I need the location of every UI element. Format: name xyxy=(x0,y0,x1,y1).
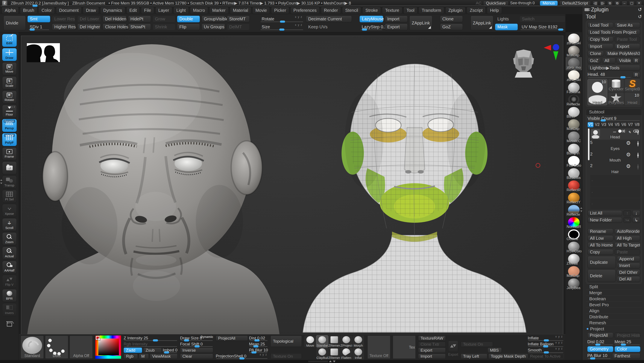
material-thumbnail[interactable]: zbro_Ski xyxy=(566,33,582,45)
tool-thumbnail[interactable]: Cylinder xyxy=(608,79,624,92)
subtool-item[interactable] xyxy=(590,198,640,209)
canvas-area[interactable] xyxy=(19,32,566,334)
brush-stroke-alpha-thumbnail[interactable]: Dots xyxy=(45,335,68,359)
menu-item[interactable]: Movie xyxy=(252,7,270,14)
smooth-slider[interactable]: Smooth x y z xyxy=(528,347,564,353)
menu-item[interactable]: Brush xyxy=(20,7,37,14)
farthest-button[interactable]: Farthest xyxy=(612,353,640,359)
zadd-toggle[interactable]: Zadd xyxy=(124,347,142,353)
visibility-set-tab[interactable]: V1 xyxy=(588,122,594,127)
material-thumbnail[interactable]: MatCap xyxy=(566,119,582,131)
material-thumbnail[interactable]: HSVColo xyxy=(566,241,582,253)
color-picker[interactable] xyxy=(95,335,121,359)
projectall-button[interactable]: ProjectAll xyxy=(216,335,248,341)
menu-item[interactable]: Color xyxy=(38,7,55,14)
projectall-button[interactable]: ProjectAll xyxy=(587,332,613,338)
eye-icon[interactable] xyxy=(638,165,638,169)
toolbar-button[interactable]: Draw xyxy=(2,48,17,61)
material-thumbnail[interactable]: ReflectY xyxy=(566,192,582,204)
axis-orientation-widget[interactable] xyxy=(543,44,560,62)
brush-stroke-alpha-thumbnail[interactable]: Alpha Off xyxy=(70,335,93,359)
toolbar-button[interactable]: M Move xyxy=(2,62,17,75)
shelf-button[interactable]: ZAppLink xyxy=(470,16,494,30)
material-thumbnail[interactable]: BumpVi xyxy=(566,143,582,156)
shelf-button[interactable]: LazyMouse xyxy=(360,16,383,22)
toolbar-button[interactable]: Actual xyxy=(2,247,17,259)
quicksave-button[interactable]: QuickSave xyxy=(483,1,508,6)
toolbar-button[interactable]: AAHalf xyxy=(2,261,17,274)
toolbar-button[interactable]: x y z Floor xyxy=(2,105,17,118)
shelf-button[interactable]: Lights xyxy=(495,16,518,22)
clone-button[interactable]: Clone xyxy=(588,51,604,57)
menu-item[interactable]: Render xyxy=(321,7,341,14)
material-thumbnail[interactable]: BasicMa xyxy=(566,168,582,180)
shelf-button[interactable]: ZAppLink xyxy=(409,16,432,30)
menu-item[interactable]: Help xyxy=(487,7,502,14)
subtool-item[interactable] xyxy=(590,186,640,198)
menus-toggle-button[interactable]: Menus xyxy=(540,1,558,6)
menu-item[interactable]: Texture xyxy=(382,7,402,14)
pa-blur-slider[interactable]: PA Blur 10 xyxy=(587,353,611,359)
toolbar-button[interactable]: Edit xyxy=(2,34,17,47)
all-to-home-button[interactable]: All To Home xyxy=(588,242,613,248)
menu-item[interactable]: Light xyxy=(174,7,189,14)
eye-icon[interactable] xyxy=(638,153,638,158)
shelf-button[interactable]: Del Higher xyxy=(77,24,101,30)
brush-thumbnail[interactable]: ZRemes xyxy=(328,348,340,359)
menu-item[interactable]: File xyxy=(141,7,154,14)
collapsed-section-header[interactable]: Remesh xyxy=(586,320,642,326)
toolbar-button[interactable]: Dynamic Persp xyxy=(2,119,17,132)
shelf-button[interactable]: LazyStep 0.25 xyxy=(360,24,383,30)
shelf-button[interactable]: Double xyxy=(177,16,200,22)
duplicate-button[interactable]: Duplicate xyxy=(588,256,616,268)
copy-tool-button[interactable]: Copy Tool xyxy=(588,37,613,42)
shelf-button[interactable]: Keep UVs xyxy=(306,24,352,30)
menu-item[interactable]: Picker xyxy=(271,7,289,14)
texture-map-slot[interactable]: Tex xyxy=(393,335,416,359)
toolbar-button[interactable]: Xpose xyxy=(2,204,17,217)
mean-slider[interactable]: Mean 25 xyxy=(614,339,640,345)
menu-item[interactable]: Layer xyxy=(156,7,172,14)
collapsed-section-header[interactable]: Split xyxy=(586,283,642,289)
shelf-button[interactable]: Grow xyxy=(153,16,176,22)
toolbar-button[interactable]: Invers xyxy=(2,303,17,316)
toolbar-button[interactable]: S Scale xyxy=(2,77,17,89)
subtool-item[interactable]: 2 Hair xyxy=(590,163,640,174)
projectionshell-slider[interactable]: ProjectionShell 0 x y z xyxy=(216,353,268,359)
toolbar-button[interactable] xyxy=(2,317,17,330)
menu-item[interactable]: Zplugin xyxy=(446,7,466,14)
collapsed-section-header[interactable]: Merge xyxy=(586,289,642,295)
autoreorder-button[interactable]: AutoReorder xyxy=(614,229,640,234)
shelf-button[interactable]: Mask xyxy=(495,24,518,30)
del-all-button[interactable]: Del All xyxy=(617,276,640,282)
all-low-button[interactable]: All Low xyxy=(588,235,613,241)
shelf-button[interactable]: SDiv 1 xyxy=(28,24,50,30)
shelf-button[interactable]: Export xyxy=(385,24,408,30)
zsub-toggle[interactable]: Zsub xyxy=(143,347,162,353)
subtool-item[interactable]: Head xyxy=(590,128,640,140)
shelf-button[interactable]: Uv Groups xyxy=(202,24,225,30)
shelf-button[interactable]: Switch xyxy=(520,16,566,22)
brush-thumbnail[interactable]: ZRemes xyxy=(328,335,340,347)
camera-orientation-head-icon[interactable] xyxy=(512,47,536,79)
texture-off-slot[interactable]: Texture Off xyxy=(368,335,390,359)
tool-thumbnail[interactable]: PolyMes xyxy=(608,93,624,105)
viewmask-button[interactable]: ViewMask xyxy=(150,353,178,359)
inverse-button[interactable]: Inverse xyxy=(180,347,213,353)
toolbar-button[interactable]: Flip V xyxy=(2,275,17,288)
menu-item[interactable]: Material xyxy=(230,7,251,14)
head-r-button[interactable]: R xyxy=(632,72,640,78)
brush-thumbnail[interactable]: Inflat xyxy=(352,348,364,359)
menu-item[interactable]: Preferences xyxy=(290,7,320,14)
zplugin-palette-header[interactable]: Zplugin xyxy=(586,6,642,13)
visibility-set-tab[interactable]: V2 xyxy=(594,122,600,127)
subtool-item[interactable] xyxy=(590,175,640,186)
material-thumbnail[interactable]: JellyBea xyxy=(566,278,582,290)
shelf-button[interactable]: Higher Res xyxy=(52,24,76,30)
shelf-button[interactable]: Shrink xyxy=(153,24,176,30)
menu-item[interactable]: Tool xyxy=(404,7,418,14)
rename-button[interactable]: Rename xyxy=(588,229,613,234)
toolbar-button[interactable]: Frame xyxy=(2,147,17,160)
shelf-button[interactable]: Import xyxy=(385,16,408,22)
subtool-item[interactable]: 5 Eyes xyxy=(590,140,640,151)
